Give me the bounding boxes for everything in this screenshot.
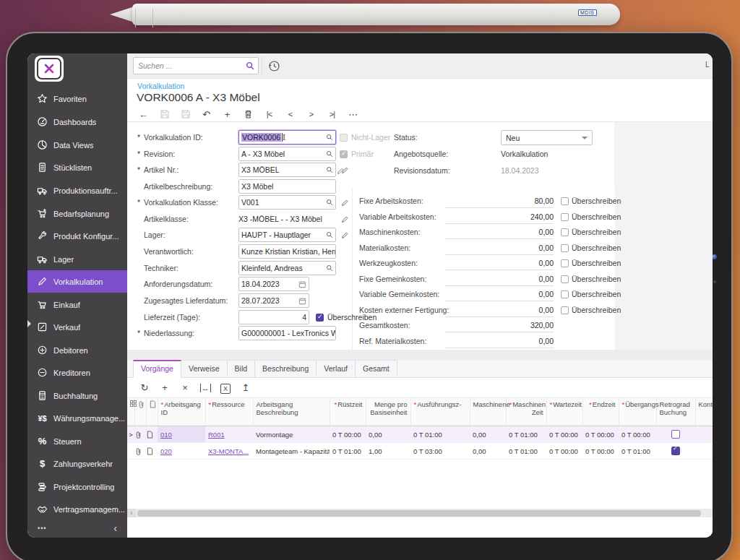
cell-ruestzeit[interactable]: 0 T 01:00 [330, 443, 366, 460]
cost-value[interactable]: 0,00 [445, 288, 554, 301]
sidebar-item-data-views[interactable]: Data Views [27, 134, 127, 156]
next-record-button[interactable]: > [301, 110, 322, 119]
sidebar-item-produkt-konfigurator[interactable]: Produkt Konfigur... [27, 225, 127, 247]
col-wartezeit[interactable]: *Wartezeit [546, 398, 582, 426]
lookup-icon[interactable] [326, 166, 333, 173]
cost-value[interactable]: 0,00 [445, 272, 554, 286]
sidebar-item-vorkalkulation[interactable]: Vorkalkulation [27, 270, 127, 293]
cell-ressource[interactable]: R001 [205, 426, 253, 443]
search-icon[interactable] [246, 61, 254, 70]
sidebar-item-debitoren[interactable]: Debitoren [27, 339, 127, 361]
ueberschreiben-checkbox[interactable] [561, 306, 569, 314]
tab-verweise[interactable]: Verweise [181, 360, 228, 378]
calendar-icon[interactable] [298, 297, 306, 305]
note-icon[interactable] [146, 426, 158, 443]
col-endzeit[interactable]: *Endzeit [582, 398, 619, 426]
ueberschreiben-checkbox[interactable] [561, 213, 569, 221]
ueberschreiben-checkbox[interactable] [316, 314, 324, 322]
cell-arbeitsgang-id[interactable]: 010 [158, 426, 205, 443]
scrollbar-thumb[interactable] [137, 510, 701, 517]
niederlassung-field[interactable]: G000000001 - LexTronics Whc [238, 326, 336, 340]
edit-icon[interactable] [341, 212, 351, 226]
cell-kont[interactable] [695, 426, 713, 443]
col-arbeitsgang-id[interactable]: *Arbeitsgang ID [158, 398, 205, 426]
primaer-checkbox[interactable] [340, 150, 348, 158]
edit-icon[interactable] [341, 228, 351, 242]
add-row-icon[interactable]: + [155, 382, 175, 393]
lieferzeit-field[interactable]: 4 [238, 310, 309, 324]
sidebar-item-projektcontrolling[interactable]: Projektcontrolling [27, 475, 127, 498]
cell-endzeit[interactable]: 0 T 00:00 [582, 426, 619, 443]
retrograd-checkbox[interactable] [671, 430, 680, 439]
lookup-icon[interactable] [326, 231, 333, 238]
cell-ruestzeit[interactable]: 0 T 00:00 [330, 426, 366, 443]
revision-field[interactable]: A - X3 Möbel [238, 147, 336, 161]
sidebar-item-favoriten[interactable]: Favoriten [27, 87, 127, 110]
cost-value[interactable]: 80,00 [445, 194, 554, 208]
techniker-field[interactable]: Kleinfeld, Andreas [238, 261, 336, 275]
lookup-icon[interactable] [326, 150, 333, 158]
anforderungsdatum-field[interactable]: 18.04.2023 [238, 277, 309, 291]
last-record-button[interactable]: >| [322, 110, 343, 119]
verantwortlich-field[interactable]: Kunze Kristian Kristian, Herr [238, 244, 336, 259]
cost-value[interactable]: 0,00 [445, 241, 554, 255]
artikel-nr-field[interactable]: X3 MÖBEL [238, 163, 336, 177]
add-record-button[interactable]: + [217, 109, 238, 120]
sidebar-item-dashboards[interactable]: Dashboards [27, 111, 127, 133]
col-maschinen-zeit[interactable]: *Maschinen Zeit [506, 398, 546, 426]
cost-value[interactable]: 0,00 [445, 257, 554, 270]
cell-ressource[interactable]: X3-MONTA... [205, 443, 253, 460]
cell-menge[interactable]: 1,00 [366, 443, 410, 460]
col-menge[interactable]: Menge pro Basiseinheit [366, 398, 410, 426]
col-maschinene[interactable]: Maschinene [470, 398, 506, 426]
ueberschreiben-checkbox[interactable] [561, 259, 569, 267]
edit-icon[interactable] [337, 163, 347, 178]
horizontal-scrollbar[interactable]: ‹ [127, 509, 713, 517]
search-input[interactable] [134, 61, 246, 70]
grid-row-020[interactable]: 020 X3-MONTA... Montageteam - Kapazität … [127, 443, 713, 460]
delete-record-button[interactable] [238, 109, 259, 119]
first-record-button[interactable]: |< [259, 110, 280, 119]
export-excel-icon[interactable]: X [215, 382, 236, 394]
sidebar-item-stuecklisten[interactable]: Stücklisten [27, 156, 127, 178]
zugesagtes-lieferdatum-field[interactable]: 28.07.2023 [238, 293, 309, 308]
delete-row-icon[interactable]: × [175, 382, 195, 393]
ueberschreiben-checkbox[interactable] [561, 244, 569, 252]
row-expander[interactable]: > [127, 426, 134, 443]
cell-beschreibung[interactable]: Vormontage [253, 426, 330, 443]
lookup-icon[interactable] [326, 264, 333, 272]
lookup-icon[interactable] [326, 199, 333, 206]
sidebar-item-bedarfsplanung[interactable]: Bedarfsplanung [27, 202, 127, 225]
row-expander[interactable] [127, 443, 134, 460]
cell-maschinene[interactable]: 0,00 [470, 443, 506, 460]
ueberschreiben-checkbox[interactable] [561, 197, 569, 205]
cell-retrograd-buchung[interactable] [656, 426, 695, 443]
lager-field[interactable]: HAUPT - Hauptlager [238, 228, 336, 242]
cell-maschinene[interactable]: 0,00 [470, 426, 506, 443]
paperclip-icon[interactable] [134, 443, 146, 460]
lookup-icon[interactable] [326, 134, 333, 141]
previous-record-button[interactable]: < [280, 110, 301, 119]
cell-wartezeit[interactable]: 0 T 00:00 [546, 426, 582, 443]
save-close-button[interactable] [154, 109, 175, 119]
sidebar-item-vertragsmanagement[interactable]: Vertragsmanagem... [27, 498, 127, 520]
tab-beschreibung[interactable]: Beschreibung [255, 360, 317, 378]
cell-retrograd-buchung[interactable] [656, 443, 695, 460]
save-button[interactable] [175, 109, 196, 119]
paperclip-icon[interactable] [134, 426, 146, 443]
cell-uebergangszeit[interactable]: 0 T 01:00 [619, 443, 656, 460]
tab-vorgaenge[interactable]: Vorgänge [133, 360, 181, 378]
cell-endzeit[interactable]: 0 T 00:00 [582, 443, 619, 460]
grid-row-010[interactable]: > 010 R001 Vormontage 0 T 00:00 0,00 0 T… [127, 426, 713, 443]
col-uebergangszeit[interactable]: *Übergangs [619, 398, 656, 426]
ueberschreiben-checkbox[interactable] [561, 228, 569, 236]
user-menu[interactable]: L [705, 61, 710, 69]
sidebar-item-einkauf[interactable]: Einkauf [27, 293, 127, 316]
cell-beschreibung[interactable]: Montageteam - Kapazität [253, 443, 330, 460]
scroll-left-button[interactable]: ‹ [127, 509, 136, 517]
vorkalkulation-klasse-field[interactable]: V001 [238, 195, 336, 210]
back-button[interactable]: ← [133, 109, 154, 120]
retrograd-checkbox[interactable] [671, 447, 680, 455]
cell-uebergangszeit[interactable]: 0 T 00:00 [619, 426, 656, 443]
sidebar-item-zahlungsverkehr[interactable]: $ Zahlungsverkehr [27, 452, 127, 475]
